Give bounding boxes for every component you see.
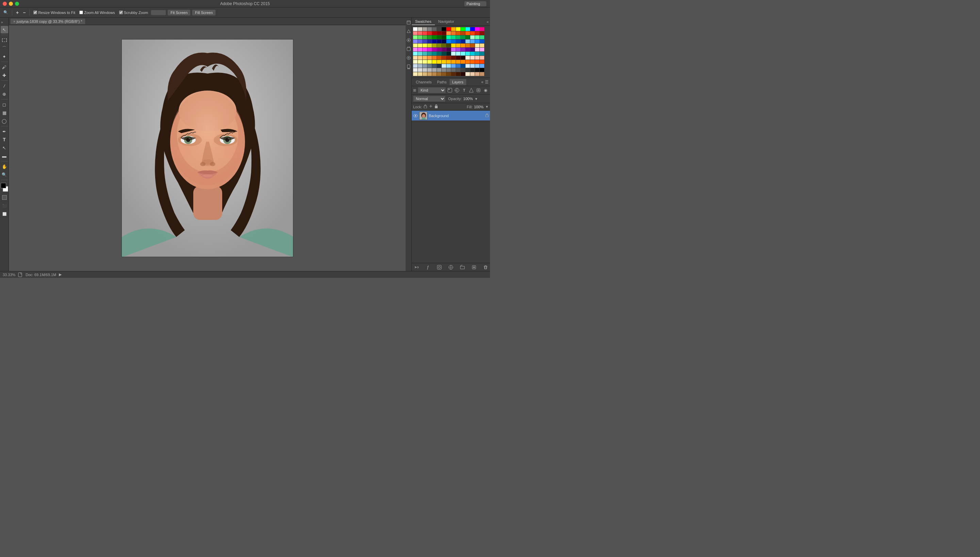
swatch-o7[interactable] [475,31,479,35]
swatch-y14[interactable] [475,44,479,47]
swatch-br11[interactable] [461,72,465,76]
resize-windows-checkbox-label[interactable]: Resize Windows to Fit [32,10,76,15]
quick-mask-btn[interactable] [1,194,8,201]
swatch-n9[interactable] [451,68,456,72]
swatch-y6[interactable] [437,44,441,47]
brush-tool[interactable]: / [1,82,8,90]
swatch-o1[interactable] [446,31,451,35]
swatches-tab[interactable]: Swatches [412,18,435,25]
swatch-pale12[interactable] [466,60,470,64]
swatch-lc4[interactable] [466,52,470,55]
swatch-b4[interactable] [427,39,432,43]
swatch-lc3[interactable] [461,52,465,55]
pen-tool[interactable]: ✒ [1,128,8,135]
swatch-n11[interactable] [461,68,465,72]
swatch-lc1[interactable] [451,52,456,55]
swatch-br2[interactable] [418,72,422,76]
path-selection-tool[interactable]: ↖ [1,144,8,151]
swatch-sk11[interactable] [461,56,465,60]
swatch-n3[interactable] [423,68,427,72]
swatch-pale11[interactable] [461,60,465,64]
minimize-button[interactable] [9,2,13,6]
text-tool[interactable]: T [1,136,8,143]
swatch-n10[interactable] [456,68,461,72]
swatch-sk15[interactable] [480,56,484,60]
swatch-c2[interactable] [418,52,422,55]
swatch-br15[interactable] [480,72,484,76]
swatch-c4[interactable] [427,52,432,55]
swatch-g3[interactable] [423,36,427,39]
lock-position-icon[interactable] [429,104,433,109]
swatch-pale8[interactable] [446,60,451,64]
swatch-c6[interactable] [437,52,441,55]
swatch-pale10[interactable] [456,60,461,64]
filter-toggle[interactable]: ◉ [482,87,488,93]
swatch-tg1[interactable] [446,36,451,39]
zoom-all-checkbox[interactable] [79,11,83,14]
swatch-n4[interactable] [427,68,432,72]
opacity-arrow[interactable]: ▼ [475,97,478,101]
swatch-b5[interactable] [432,39,436,43]
swatch-lb4[interactable] [461,39,465,43]
swatch-pink[interactable] [480,27,484,31]
swatch-bg1[interactable] [413,64,417,68]
swatch-p5[interactable] [470,48,475,51]
swatch-sk8[interactable] [446,56,451,60]
swatch-br13[interactable] [470,72,475,76]
swatch-br5[interactable] [432,72,436,76]
swatch-pale3[interactable] [423,60,427,64]
swatch-r4[interactable] [427,31,432,35]
clone-stamp-tool[interactable]: ⊕ [1,90,8,98]
swatch-pale7[interactable] [442,60,446,64]
swatch-lb5[interactable] [466,39,470,43]
layer-row-background[interactable]: Background [412,111,490,121]
swatch-4[interactable] [432,27,436,31]
swatch-lb1[interactable] [446,39,451,43]
eyedropper-tool[interactable]: 🖋 [1,64,8,71]
fill-value[interactable]: 100% [474,105,484,109]
swatch-cyan[interactable] [466,27,470,31]
swatch-bg9[interactable] [451,64,456,68]
swatch-sk14[interactable] [475,56,479,60]
swatch-y15[interactable] [480,44,484,47]
swatch-m5[interactable] [432,48,436,51]
swatch-m6[interactable] [437,48,441,51]
swatch-y5[interactable] [432,44,436,47]
swatch-y10[interactable] [456,44,461,47]
swatch-y12[interactable] [466,44,470,47]
zoom-percent-input[interactable]: 100% [151,10,166,15]
swatch-b2[interactable] [418,39,422,43]
lock-all-icon[interactable] [434,104,438,109]
panel-icon-1[interactable] [406,20,411,25]
swatch-m1[interactable] [413,48,417,51]
close-button[interactable] [3,2,7,6]
swatch-p2[interactable] [456,48,461,51]
swatch-b6[interactable] [437,39,441,43]
swatch-p1[interactable] [451,48,456,51]
zoom-tool-btn[interactable]: 🔍 [2,10,10,15]
swatch-tg8[interactable] [480,36,484,39]
swatch-bg7[interactable] [442,64,446,68]
swatch-pale15[interactable] [480,60,484,64]
swatch-m2[interactable] [418,48,422,51]
quick-select-tool[interactable]: ✦ [1,53,8,60]
fill-screen-btn[interactable]: Fill Screen [192,10,216,16]
delete-layer-btn[interactable] [482,264,488,270]
layers-panel-close[interactable]: « [481,80,484,85]
screen-mode2-btn[interactable]: ⬜ [1,210,8,218]
swatch-sk10[interactable] [456,56,461,60]
gradient-tool[interactable]: ▦ [1,109,8,116]
swatch-pale2[interactable] [418,60,422,64]
link-layers-btn[interactable] [413,264,419,270]
zoom-tool[interactable]: 🔍 [1,171,8,178]
swatch-o3[interactable] [456,31,461,35]
filter-adj-btn[interactable] [454,87,460,93]
swatch-r7[interactable] [442,31,446,35]
swatch-lc7[interactable] [480,52,484,55]
layers-panel-menu[interactable]: ☰ [485,80,488,85]
swatch-bg3[interactable] [423,64,427,68]
swatch-lb7[interactable] [475,39,479,43]
add-mask-btn[interactable] [436,264,442,270]
opacity-value[interactable]: 100% [463,97,473,101]
swatch-bg13[interactable] [470,64,475,68]
